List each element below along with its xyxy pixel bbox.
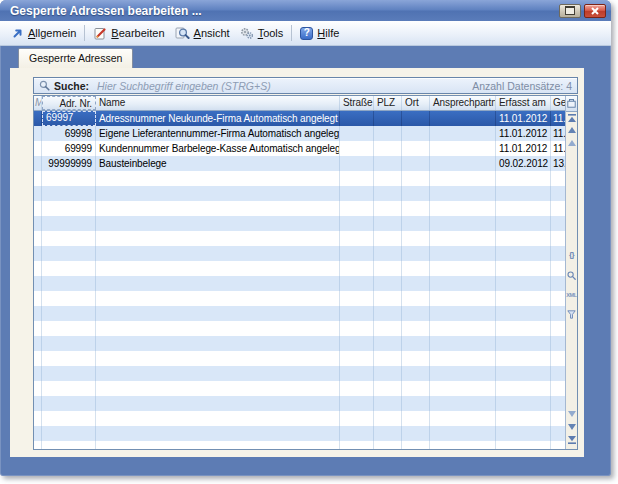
table-row[interactable]: 99999999Bausteinbelege09.02.201213. xyxy=(34,156,565,171)
cell-ge: 11. xyxy=(551,126,565,141)
cell-ge: 11. xyxy=(551,141,565,156)
gears-icon xyxy=(240,27,254,40)
cell-adr-nr xyxy=(42,351,96,366)
cell-ort xyxy=(402,306,430,321)
tab-gesperrte-adressen[interactable]: Gesperrte Adressen xyxy=(18,48,133,68)
search-input[interactable]: Suche: Hier Suchbegriff eingeben (STRG+S… xyxy=(33,77,578,94)
cell-ge xyxy=(551,246,565,261)
restore-button[interactable] xyxy=(559,4,581,18)
scroll-up-button[interactable] xyxy=(566,140,577,146)
cell-ansprechpartner xyxy=(430,246,496,261)
close-icon xyxy=(591,7,599,15)
brackets-button[interactable]: {} xyxy=(566,251,577,259)
cell-strasse xyxy=(340,216,374,231)
cell-ansprechpartner xyxy=(430,441,496,449)
menu-item-hilfe[interactable]: ? Hilfe xyxy=(295,25,344,42)
titlebar[interactable]: Gesperrte Adressen bearbeiten ... xyxy=(0,0,611,21)
cell-name xyxy=(96,261,340,276)
cell-m xyxy=(34,411,42,426)
cell-adr-nr xyxy=(42,291,96,306)
column-header-name[interactable]: Name xyxy=(96,96,340,110)
cell-plz xyxy=(374,216,402,231)
cell-plz xyxy=(374,306,402,321)
menu-separator xyxy=(291,25,292,41)
table-row[interactable]: 69998Eigene Lieferantennummer-Firma Auto… xyxy=(34,126,565,141)
cell-m xyxy=(34,441,42,449)
quick-search-button[interactable] xyxy=(566,271,577,280)
cell-ansprechpartner xyxy=(430,231,496,246)
menubar: Allgemein Bearbeiten Ansicht xyxy=(0,21,611,46)
column-header-strasse[interactable]: Straße xyxy=(340,96,374,110)
cell-name xyxy=(96,216,340,231)
close-button[interactable] xyxy=(584,4,606,18)
column-header-m[interactable]: M xyxy=(34,96,42,110)
column-header-ansprechpartner[interactable]: Ansprechpartner xyxy=(430,96,496,110)
cell-ansprechpartner xyxy=(430,411,496,426)
table-body: 69997Adressnummer Neukunde-Firma Automat… xyxy=(34,111,565,449)
cell-plz xyxy=(374,111,402,126)
cell-erfasst-am xyxy=(496,411,551,426)
cell-plz xyxy=(374,171,402,186)
column-header-ge[interactable]: Ge xyxy=(551,96,565,110)
cell-strasse xyxy=(340,276,374,291)
table-row-empty xyxy=(34,186,565,201)
menu-item-allgemein[interactable]: Allgemein xyxy=(6,25,81,42)
table-row-empty xyxy=(34,201,565,216)
cell-name: Bausteinbelege xyxy=(96,156,340,171)
cell-ort xyxy=(402,381,430,396)
cell-ge xyxy=(551,216,565,231)
table-row-empty xyxy=(34,216,565,231)
cell-adr-nr xyxy=(42,216,96,231)
column-header-plz[interactable]: PLZ xyxy=(374,96,402,110)
cell-adr-nr xyxy=(42,396,96,411)
cell-adr-nr xyxy=(42,381,96,396)
column-header-adr-nr[interactable]: Adr. Nr. xyxy=(42,96,96,110)
table-row[interactable]: 69999Kundennummer Barbelege-Kasse Automa… xyxy=(34,141,565,156)
menu-item-tools[interactable]: Tools xyxy=(235,25,289,42)
scroll-page-up-button[interactable] xyxy=(566,127,577,133)
cell-ort xyxy=(402,261,430,276)
table-row-empty xyxy=(34,411,565,426)
cell-plz xyxy=(374,381,402,396)
cell-name xyxy=(96,291,340,306)
column-chooser-button[interactable] xyxy=(566,96,577,112)
scroll-down-button[interactable] xyxy=(566,411,577,417)
scroll-to-top-button[interactable] xyxy=(566,114,577,122)
menu-separator xyxy=(84,25,85,41)
cell-erfasst-am xyxy=(496,306,551,321)
menu-item-ansicht[interactable]: Ansicht xyxy=(170,25,235,42)
cell-plz xyxy=(374,246,402,261)
restore-icon xyxy=(565,6,575,15)
column-header-erfasst-am[interactable]: Erfasst am xyxy=(496,96,551,110)
cell-erfasst-am xyxy=(496,396,551,411)
cell-m xyxy=(34,321,42,336)
table-row-empty xyxy=(34,276,565,291)
cell-erfasst-am xyxy=(496,231,551,246)
cell-ge xyxy=(551,366,565,381)
cell-adr-nr: 99999999 xyxy=(42,156,96,171)
xml-export-button[interactable]: XML xyxy=(566,292,577,298)
cell-ge xyxy=(551,321,565,336)
menu-item-label: Bearbeiten xyxy=(111,27,164,39)
cell-name xyxy=(96,351,340,366)
scroll-page-down-button[interactable] xyxy=(566,424,577,430)
cell-ansprechpartner xyxy=(430,111,496,126)
scroll-to-bottom-button[interactable] xyxy=(566,436,577,444)
cell-ansprechpartner xyxy=(430,351,496,366)
arrow-up-right-icon xyxy=(11,27,24,40)
cell-strasse xyxy=(340,111,374,126)
cell-plz xyxy=(374,396,402,411)
filter-button[interactable] xyxy=(566,310,577,319)
search-placeholder: Hier Suchbegriff eingeben (STRG+S) xyxy=(97,80,271,92)
column-header-ort[interactable]: Ort xyxy=(402,96,430,110)
cell-strasse xyxy=(340,201,374,216)
cell-ansprechpartner xyxy=(430,216,496,231)
cell-name: Eigene Lieferantennummer-Firma Automatis… xyxy=(96,126,340,141)
cell-adr-nr xyxy=(42,366,96,381)
cell-ort xyxy=(402,351,430,366)
table-row-empty xyxy=(34,291,565,306)
table-row[interactable]: 69997Adressnummer Neukunde-Firma Automat… xyxy=(34,111,565,126)
cell-ort xyxy=(402,126,430,141)
table-row-empty xyxy=(34,246,565,261)
menu-item-bearbeiten[interactable]: Bearbeiten xyxy=(88,25,169,42)
